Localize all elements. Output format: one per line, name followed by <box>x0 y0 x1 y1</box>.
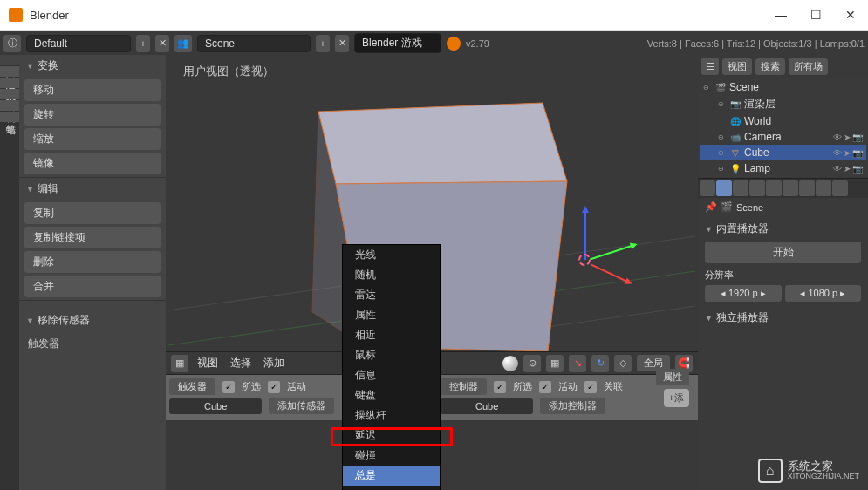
add-property-button[interactable]: +添 <box>664 389 689 407</box>
maximize-button[interactable]: ☐ <box>807 6 824 24</box>
player-panel-header[interactable]: 内置播放器 <box>705 220 861 238</box>
eye-icon[interactable]: 👁 <box>833 133 842 142</box>
cursor-icon[interactable]: ➤ <box>844 133 851 142</box>
tree-world[interactable]: 🌐World <box>700 113 866 129</box>
gizmo-z-axis[interactable] <box>584 208 586 260</box>
prop-tab-render[interactable] <box>700 180 715 196</box>
ctrl-active-checkbox[interactable]: ✓ <box>539 381 551 393</box>
menu-item-property[interactable]: 属性 <box>343 305 440 325</box>
active-checkbox[interactable]: ✓ <box>268 381 280 393</box>
resolution-height[interactable]: ◂ 1080 p ▸ <box>785 285 862 302</box>
prop-tab-scene[interactable] <box>733 180 748 196</box>
menu-item-ray[interactable]: 光线 <box>343 245 440 265</box>
tree-cube[interactable]: ⊕▽Cube 👁➤📷 <box>700 145 866 160</box>
vtab-grease-pencil[interactable]: 蜡笔 <box>0 112 19 122</box>
minimize-button[interactable]: — <box>772 6 789 24</box>
cursor-icon[interactable]: ➤ <box>844 164 851 174</box>
add-menu[interactable]: 添加 <box>260 356 288 371</box>
duplicate-linked-button[interactable]: 复制链接项 <box>24 227 161 248</box>
menu-item-keyboard[interactable]: 键盘 <box>343 385 440 405</box>
shading-mode-button[interactable] <box>502 356 518 371</box>
rotate-button[interactable]: 旋转 <box>24 104 161 126</box>
render-engine-dropdown[interactable]: Blender 游戏 <box>354 33 441 53</box>
manipulator-scale-icon[interactable]: ◇ <box>614 355 632 372</box>
scene-dropdown[interactable]: Scene <box>197 35 311 52</box>
cursor-icon[interactable]: ➤ <box>844 148 851 158</box>
transform-panel-header[interactable]: 变换 <box>19 55 166 77</box>
outliner-filter[interactable]: 所有场 <box>789 58 828 75</box>
layers-icon[interactable]: ▦ <box>546 355 564 372</box>
editor-type-icon[interactable]: ⓘ <box>3 35 21 52</box>
outliner-search-menu[interactable]: 搜索 <box>755 58 785 75</box>
tree-lamp[interactable]: ⊕💡Lamp 👁➤📷 <box>700 160 866 176</box>
sel-checkbox[interactable]: ✓ <box>222 381 235 393</box>
camera-icon[interactable]: 📷 <box>852 148 863 158</box>
outliner-editor-icon[interactable]: ☰ <box>701 58 719 75</box>
close-button[interactable]: ✕ <box>842 6 859 24</box>
delete-scene-button[interactable]: ✕ <box>335 35 349 52</box>
scale-button[interactable]: 缩放 <box>24 128 161 150</box>
menu-item-radar[interactable]: 雷达 <box>343 285 440 305</box>
sensor-type-field[interactable]: 触发器 <box>169 378 215 395</box>
delete-layout-button[interactable]: ✕ <box>155 35 169 52</box>
sensor-object[interactable]: Cube <box>169 398 262 414</box>
menu-item-random[interactable]: 随机 <box>343 265 440 285</box>
eye-icon[interactable]: 👁 <box>833 148 842 158</box>
properties-label[interactable]: 属性 <box>656 369 689 385</box>
vtab-relations[interactable]: 关系 <box>0 78 19 88</box>
outliner-view-menu[interactable]: 视图 <box>722 58 752 75</box>
menu-item-delay[interactable]: 延迟 <box>343 425 440 446</box>
menu-item-message[interactable]: 信息 <box>343 365 440 385</box>
manipulator-translate-icon[interactable]: ↘ <box>569 355 586 372</box>
prop-tab-modifiers[interactable] <box>799 180 815 196</box>
view-menu[interactable]: 视图 <box>194 356 222 371</box>
delete-button[interactable]: 删除 <box>24 251 161 273</box>
tree-scene[interactable]: ⊖🎬Scene <box>700 79 866 95</box>
menu-item-collision[interactable]: 碰撞 <box>343 446 440 466</box>
edit-panel-header[interactable]: 编辑 <box>19 178 166 200</box>
operator-panel-header[interactable]: 移除传感器 <box>19 310 166 331</box>
manipulator-rotate-icon[interactable]: ↻ <box>591 355 609 372</box>
controller-object[interactable]: Cube <box>441 398 533 414</box>
editor-type-3dview-icon[interactable]: ▦ <box>171 355 188 372</box>
duplicate-button[interactable]: 复制 <box>24 202 161 224</box>
vtab-create[interactable]: 创建 <box>0 66 19 77</box>
mirror-button[interactable]: 镜像 <box>24 153 161 174</box>
3d-viewport[interactable]: 用户视图（透视） 光线 随机 雷达 属性 相近 鼠标 信息 <box>166 55 698 490</box>
add-layout-button[interactable]: + <box>136 35 150 52</box>
outliner[interactable]: ⊖🎬Scene ⊕📷渲染层 🌐World ⊕📹Camera 👁➤📷 ⊕▽Cube… <box>698 78 868 178</box>
join-button[interactable]: 合并 <box>24 276 161 297</box>
vtab-tools[interactable]: 工具 <box>0 55 19 65</box>
add-scene-button[interactable]: + <box>316 35 330 52</box>
menu-item-joystick[interactable]: 操纵杆 <box>343 405 440 425</box>
translate-button[interactable]: 移动 <box>24 79 161 101</box>
prop-tab-constraints[interactable] <box>783 180 798 196</box>
select-menu[interactable]: 选择 <box>227 356 255 371</box>
scene-browse-icon[interactable]: 👥 <box>174 35 192 52</box>
standalone-panel-header[interactable]: 独立播放器 <box>705 309 861 327</box>
tree-render-layers[interactable]: ⊕📷渲染层 <box>700 95 866 113</box>
menu-item-near[interactable]: 相近 <box>343 325 440 345</box>
prop-tab-world[interactable] <box>749 180 765 196</box>
vtab-physics[interactable]: 物理 <box>0 100 19 111</box>
pivot-icon[interactable]: ⊙ <box>523 355 541 372</box>
ctrl-sel-checkbox[interactable]: ✓ <box>494 381 506 393</box>
eye-icon[interactable]: 👁 <box>833 164 842 174</box>
prop-tab-material[interactable] <box>832 180 848 196</box>
controller-type-field[interactable]: 控制器 <box>441 378 487 395</box>
prop-tab-render-layers[interactable] <box>716 180 732 196</box>
camera-icon[interactable]: 📷 <box>852 164 863 174</box>
camera-icon[interactable]: 📷 <box>852 133 863 142</box>
prop-tab-object[interactable] <box>766 180 782 196</box>
screen-layout-dropdown[interactable]: Default <box>26 35 131 52</box>
prop-tab-data[interactable] <box>816 180 831 196</box>
link-checkbox[interactable]: ✓ <box>584 381 597 393</box>
pin-icon[interactable]: 📌 <box>705 201 717 213</box>
start-game-button[interactable]: 开始 <box>705 242 861 263</box>
tree-camera[interactable]: ⊕📹Camera 👁➤📷 <box>700 129 866 145</box>
resolution-width[interactable]: ◂ 1920 p ▸ <box>705 285 782 302</box>
gizmo-center[interactable] <box>578 254 591 266</box>
menu-item-mouse[interactable]: 鼠标 <box>343 345 440 365</box>
vtab-animation[interactable]: 动画 <box>0 89 19 99</box>
add-controller-button[interactable]: 添加控制器 <box>540 398 605 414</box>
